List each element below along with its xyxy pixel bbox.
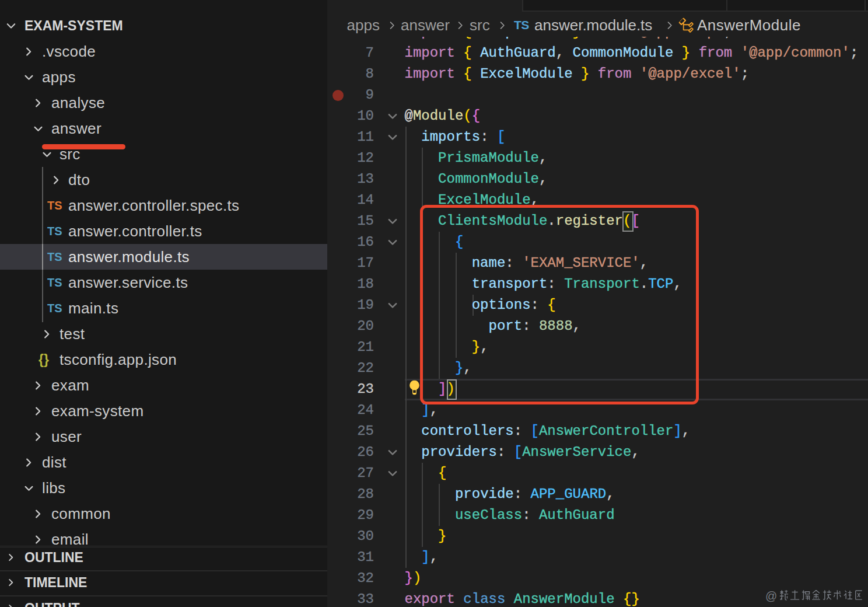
svg-text:@: @ [765,589,777,602]
